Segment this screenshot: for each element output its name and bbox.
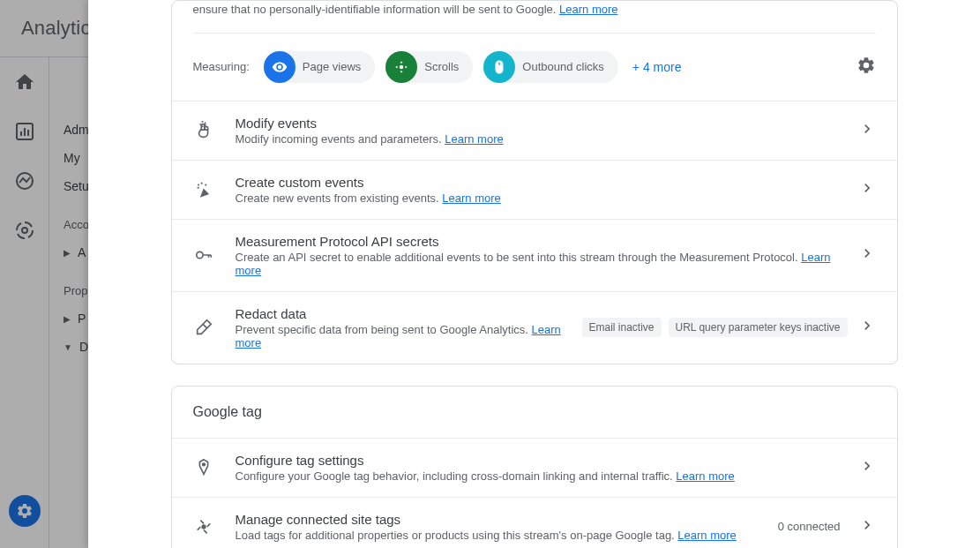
row-title: Modify events xyxy=(236,116,848,131)
learn-more-link[interactable]: Learn more xyxy=(559,3,617,16)
chip-outbound: Outbound clicks xyxy=(483,51,618,83)
enhanced-settings-gear-icon[interactable] xyxy=(857,56,876,79)
chevron-right-icon xyxy=(858,244,876,266)
row-redact-data[interactable]: Redact data Prevent specific data from b… xyxy=(172,291,897,364)
row-title: Manage connected site tags xyxy=(236,512,778,527)
redact-badges: Email inactive URL query parameter keys … xyxy=(582,318,848,337)
stream-details-panel: ensure that no personally-identifiable i… xyxy=(88,0,980,548)
svg-point-13 xyxy=(202,525,206,529)
connected-count: 0 connected xyxy=(778,520,841,533)
badge-email: Email inactive xyxy=(582,318,662,337)
chevron-right-icon xyxy=(858,457,876,478)
eye-icon xyxy=(264,51,295,83)
svg-point-11 xyxy=(196,251,202,258)
badge-url: URL query parameter keys inactive xyxy=(669,318,848,337)
measuring-label: Measuring: xyxy=(193,60,250,73)
scroll-icon xyxy=(385,51,417,83)
eraser-icon xyxy=(193,317,214,338)
row-desc: Create an API secret to enable additiona… xyxy=(236,251,848,277)
row-title: Measurement Protocol API secrets xyxy=(236,234,848,249)
sparkle-icon xyxy=(193,179,214,200)
touch-icon xyxy=(193,120,214,141)
chevron-right-icon xyxy=(858,120,876,141)
chevron-right-icon xyxy=(858,317,876,338)
key-icon xyxy=(193,244,214,266)
row-title: Create custom events xyxy=(236,175,848,190)
events-card: ensure that no personally-identifiable i… xyxy=(171,0,898,364)
row-title: Redact data xyxy=(236,306,582,321)
svg-point-12 xyxy=(202,462,205,465)
more-events-link[interactable]: + 4 more xyxy=(632,60,682,74)
google-tag-header: Google tag xyxy=(172,387,897,438)
measuring-row: Measuring: Page views Scrolls Outbound c… xyxy=(172,34,897,101)
row-connected-tags[interactable]: Manage connected site tags Load tags for… xyxy=(172,497,897,549)
row-create-custom-events[interactable]: Create custom events Create new events f… xyxy=(172,160,897,219)
connected-icon xyxy=(193,516,214,537)
row-desc: Modify incoming events and parameters. L… xyxy=(236,132,848,146)
row-title: Configure tag settings xyxy=(236,453,848,468)
svg-point-9 xyxy=(400,64,404,69)
chevron-right-icon xyxy=(858,516,876,537)
row-desc: Configure your Google tag behavior, incl… xyxy=(236,469,848,483)
chip-page-views: Page views xyxy=(264,51,375,83)
tag-icon xyxy=(193,457,214,478)
row-modify-events[interactable]: Modify events Modify incoming events and… xyxy=(172,101,897,160)
mouse-icon xyxy=(483,51,515,83)
learn-more-link[interactable]: Learn more xyxy=(445,132,503,146)
row-desc: Create new events from existing events. … xyxy=(236,191,848,205)
row-measurement-protocol[interactable]: Measurement Protocol API secrets Create … xyxy=(172,219,897,291)
chip-scrolls: Scrolls xyxy=(385,51,473,83)
row-desc: Prevent specific data from being sent to… xyxy=(236,323,582,349)
learn-more-link[interactable]: Learn more xyxy=(442,191,500,205)
google-tag-card: Google tag Configure tag settings Config… xyxy=(171,386,898,549)
chevron-right-icon xyxy=(858,179,876,200)
learn-more-link[interactable]: Learn more xyxy=(677,529,736,542)
enhanced-measurement-description: ensure that no personally-identifiable i… xyxy=(172,1,897,33)
row-configure-tag[interactable]: Configure tag settings Configure your Go… xyxy=(172,438,897,497)
learn-more-link[interactable]: Learn more xyxy=(676,469,734,483)
row-desc: Load tags for additional properties or p… xyxy=(236,529,778,542)
